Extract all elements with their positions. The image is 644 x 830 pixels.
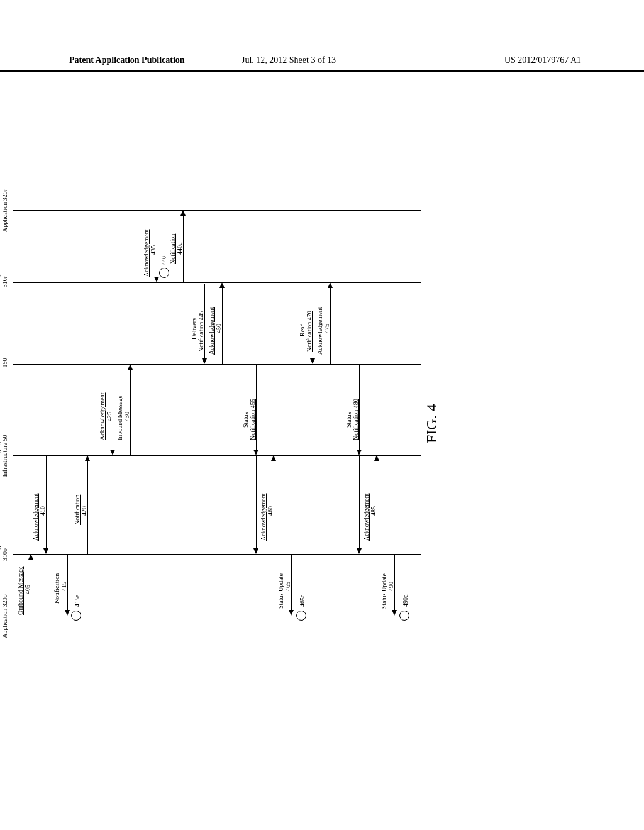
- msg-445a-label: Delivery: [191, 318, 197, 340]
- status-agent-o-label: Status Agent 310o: [0, 529, 8, 580]
- header-publication: Patent Application Publication: [69, 55, 185, 65]
- arrowhead-415: [65, 610, 70, 616]
- msg-435-label: Acknowledgement: [143, 229, 150, 277]
- arrowhead-455-to-agent: [253, 548, 258, 554]
- arrow-460: [274, 461, 274, 554]
- status-service-lifeline: [13, 364, 421, 365]
- msg-465a-label: 465a: [299, 595, 306, 607]
- msg-415-num: 415: [60, 582, 67, 591]
- status-agent-o-lifeline: [13, 554, 421, 555]
- header-patent-number: US 2012/0179767 A1: [504, 55, 581, 65]
- sequence-diagram: Originating Device 100 Receiving Device …: [66, 101, 569, 717]
- msg-420-num: 420: [80, 506, 87, 516]
- page-header: Patent Application Publication Jul. 12, …: [0, 55, 644, 72]
- msg-470b-label: Notification 470: [306, 311, 313, 352]
- msg-430-label: Inbound Message: [116, 396, 123, 440]
- arrow-485: [377, 461, 377, 554]
- arrowhead-475: [328, 282, 333, 288]
- msg-440a-num: 440a: [176, 243, 183, 255]
- arrowhead-425: [110, 450, 115, 455]
- arrowhead-450: [219, 282, 225, 288]
- arrow-475: [330, 288, 331, 364]
- arrow-425: [113, 365, 113, 450]
- msg-450-label: Acknowledgement: [208, 307, 215, 355]
- msg-420-label: Notification: [74, 495, 80, 525]
- arrowhead-440a: [180, 210, 186, 216]
- msg-460-label: Acknowledgement: [260, 493, 267, 541]
- arrow-405: [31, 555, 31, 615]
- client-app-r-lifeline: [13, 210, 421, 211]
- arrowhead-485: [374, 455, 379, 461]
- arrow-490: [394, 555, 395, 610]
- msg-455b-label: Notification 455: [249, 399, 256, 440]
- arrow-480: [359, 365, 360, 450]
- msg-415a-label: 415a: [74, 595, 80, 607]
- msg-435-num: 435: [150, 245, 157, 255]
- arrow-455-to-agent: [256, 456, 257, 548]
- msg-440a-label: Notification: [169, 234, 176, 264]
- arrow-415: [67, 555, 68, 610]
- loop-465a: [296, 611, 306, 621]
- messaging-infra-lifeline: [13, 455, 421, 456]
- arrowhead-460: [271, 455, 276, 461]
- msg-470a-label: Read: [299, 323, 306, 336]
- msg-465-num: 465: [284, 582, 291, 591]
- arrow-430: [130, 370, 131, 455]
- msg-445b-label: Notification 445: [197, 311, 204, 352]
- loop-415a: [71, 611, 81, 621]
- header-date-sheet: Jul. 12, 2012 Sheet 3 of 13: [242, 55, 336, 65]
- msg-490-label: Status Update: [380, 573, 387, 609]
- status-service-label: Status Service 150: [0, 335, 8, 391]
- loop-490a: [399, 611, 409, 621]
- msg-415-label: Notification: [53, 573, 60, 604]
- messaging-infra-label: Messaging Infrastructure 50: [0, 428, 8, 484]
- client-app-o-label: Client Application 320o: [0, 591, 8, 641]
- arrow-440a: [183, 216, 184, 282]
- arrowhead-480-to-agent: [357, 548, 362, 554]
- msg-465-label: Status Update: [277, 573, 284, 609]
- arrowhead-470: [310, 358, 315, 364]
- arrow-445: [204, 284, 205, 358]
- arrowhead-465: [289, 610, 294, 616]
- msg-460-num: 460: [267, 506, 274, 516]
- arrow-435: [157, 284, 157, 364]
- arrow-480-to-agent: [359, 456, 360, 548]
- status-agent-r-label: Status Agent 310r: [0, 257, 8, 307]
- arrowhead-445: [202, 358, 207, 364]
- msg-485-num: 485: [370, 506, 377, 516]
- arrowhead-490: [392, 610, 397, 616]
- arrowhead-420: [85, 455, 90, 461]
- figure-number-label: FIG. 4: [423, 404, 440, 443]
- msg-485-label: Acknowledgement: [363, 493, 370, 541]
- msg-450-num: 450: [215, 324, 222, 333]
- msg-490-num: 490: [387, 582, 394, 591]
- arrow-410: [46, 456, 47, 548]
- msg-430-num: 430: [123, 412, 130, 421]
- msg-455a-label: Status: [242, 412, 249, 428]
- msg-480b-label: Notification 480: [352, 399, 359, 440]
- arrowhead-455: [253, 450, 258, 455]
- msg-405-num: 405: [24, 585, 31, 594]
- msg-490a-label: 490a: [402, 595, 409, 607]
- msg-475-num: 475: [323, 324, 330, 333]
- arrow-455: [256, 365, 257, 450]
- arrow-420: [87, 461, 88, 554]
- msg-475-label: Acknowledgement: [316, 307, 323, 355]
- arrowhead-480: [357, 450, 362, 455]
- msg-480a-label: Status: [345, 412, 352, 428]
- arrowhead-410: [43, 548, 48, 554]
- client-app-r-label: Client Application 320r: [0, 182, 8, 239]
- arrow-435b: [157, 211, 157, 282]
- arrow-465: [291, 555, 292, 610]
- status-agent-r-lifeline: [13, 282, 421, 283]
- arrow-470: [313, 284, 313, 358]
- arrowhead-430: [128, 364, 133, 370]
- msg-410-label: Acknowledgement: [32, 493, 39, 541]
- arrowhead-405: [28, 554, 33, 560]
- loop-440: [159, 268, 169, 278]
- msg-410-num: 410: [39, 506, 46, 516]
- msg-405-label: Outbound Message: [17, 567, 24, 616]
- msg-425-num: 425: [106, 412, 113, 421]
- msg-440-num: 440: [160, 256, 167, 265]
- msg-425-label: Acknowledgement: [99, 392, 106, 440]
